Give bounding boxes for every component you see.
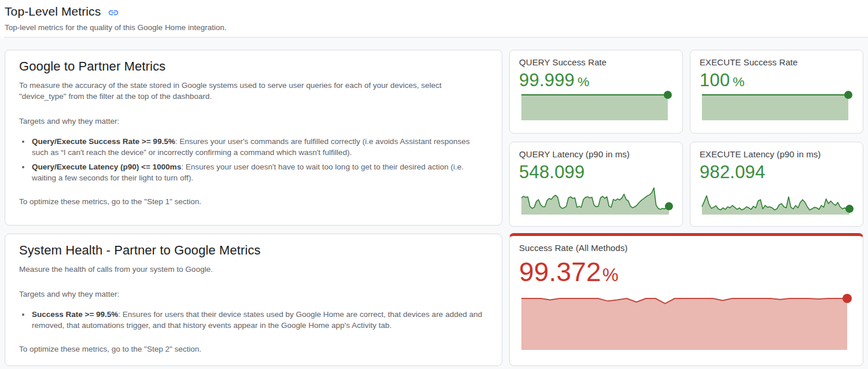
metric-value: 99.999% — [519, 70, 673, 91]
execute-success-rate-sparkline — [702, 94, 850, 120]
targets-label: Targets and why they matter: — [19, 289, 487, 300]
query-latency-card[interactable]: QUERY Latency (p90 in ms) 548.099 — [509, 142, 683, 227]
metric-title: Success Rate (All Methods) — [519, 243, 854, 253]
metric-value: 548.099 — [519, 162, 673, 183]
metric-unit: % — [578, 74, 590, 89]
metric-title: EXECUTE Success Rate — [700, 57, 854, 67]
targets-list: Success Rate >= 99.5%: Ensures for users… — [19, 309, 487, 331]
page-subtitle: Top-level metrics for the quality of thi… — [0, 19, 868, 32]
targets-label: Targets and why they matter: — [19, 116, 487, 127]
metric-title: QUERY Success Rate — [519, 57, 673, 67]
metric-value: 982.094 — [700, 162, 854, 183]
query-latency-sparkline — [521, 187, 671, 215]
metric-value: 100% — [700, 70, 854, 91]
anchor-link-icon[interactable] — [108, 7, 119, 19]
metric-unit: % — [733, 74, 745, 89]
system-health-intro: Measure the health of calls from your sy… — [19, 264, 487, 275]
google-to-partner-title: Google to Partner Metrics — [19, 61, 487, 72]
metric-unit: % — [602, 265, 619, 285]
system-health-card: System Health - Partner to Google Metric… — [5, 234, 502, 366]
query-success-rate-sparkline — [521, 94, 670, 120]
optimize-note: To optimize these metrics, go to the "St… — [19, 344, 487, 355]
page-header: Top-Level Metrics Top-level metrics for … — [0, 0, 868, 37]
metric-title: QUERY Latency (p90 in ms) — [519, 149, 673, 159]
targets-list: Query/Execute Success Rate >= 99.5%: Ens… — [19, 136, 487, 183]
optimize-note: To optimize these metrics, go to the "St… — [19, 196, 487, 207]
list-item: Query/Execute Success Rate >= 99.5%: Ens… — [31, 136, 487, 158]
list-item: Query/Execute Latency (p90) <= 1000ms: E… — [31, 161, 487, 183]
metric-title: EXECUTE Latency (p90 in ms) — [700, 149, 854, 159]
success-rate-all-methods-card[interactable]: Success Rate (All Methods) 99.372% — [509, 233, 863, 366]
query-success-rate-card[interactable]: QUERY Success Rate 99.999% — [509, 50, 683, 134]
google-to-partner-card: Google to Partner Metrics To measure the… — [5, 50, 502, 226]
page-title: Top-Level Metrics — [5, 5, 101, 19]
system-health-title: System Health - Partner to Google Metric… — [19, 245, 487, 256]
execute-latency-sparkline — [702, 187, 851, 215]
metric-value: 99.372% — [519, 256, 854, 287]
google-to-partner-intro: To measure the accuracy of the state sto… — [19, 80, 487, 102]
metrics-dashboard: Top-Level Metrics Top-level metrics for … — [0, 0, 868, 369]
execute-latency-card[interactable]: EXECUTE Latency (p90 in ms) 982.094 — [690, 142, 863, 227]
execute-success-rate-card[interactable]: EXECUTE Success Rate 100% — [690, 50, 863, 134]
success-rate-all-methods-sparkline — [521, 298, 849, 350]
list-item: Success Rate >= 99.5%: Ensures for users… — [31, 309, 487, 331]
